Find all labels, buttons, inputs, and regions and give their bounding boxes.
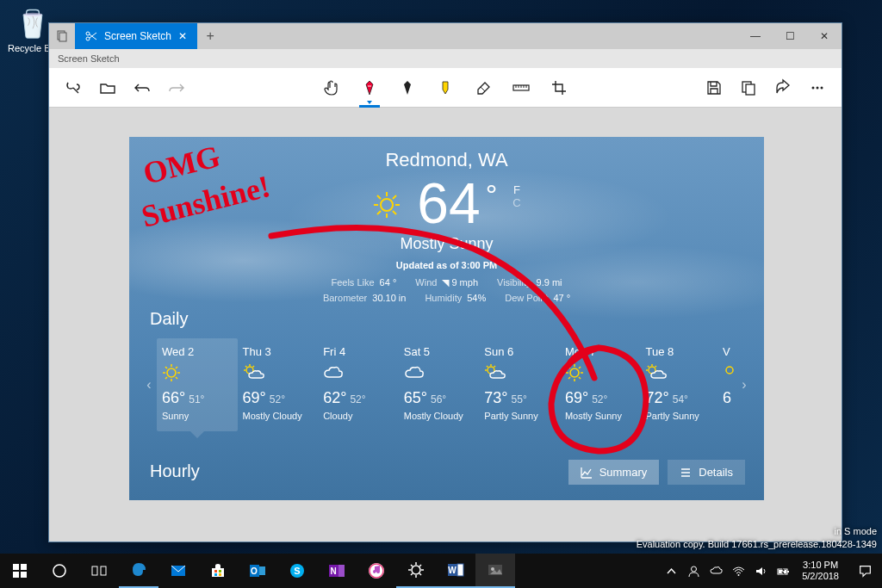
action-center-button[interactable] [848, 565, 882, 578]
store-button[interactable] [198, 554, 238, 588]
new-tab-button[interactable]: + [197, 23, 223, 49]
undo-button[interactable] [127, 72, 158, 103]
power-icon[interactable] [773, 565, 793, 578]
copy-button[interactable] [733, 72, 764, 103]
tray-chevron-icon[interactable] [661, 565, 681, 578]
svg-text:N: N [330, 566, 336, 576]
screen-sketch-window: Screen Sketch ✕ + — ☐ ✕ Screen Sketch [48, 22, 842, 542]
svg-point-10 [821, 86, 823, 89]
system-menu-icon[interactable] [49, 23, 75, 49]
svg-text:S: S [294, 566, 300, 576]
svg-text:O: O [251, 566, 258, 576]
svg-rect-22 [13, 572, 19, 578]
window-subtitle: Screen Sketch [49, 49, 842, 68]
toolbar [49, 68, 842, 108]
prev-days-button[interactable]: ‹ [141, 338, 157, 431]
taskbar[interactable]: O S N W 3:10 PM 5/2/2018 [0, 554, 882, 588]
day-card[interactable]: Fri 462°52°Cloudy [318, 338, 399, 431]
sun-icon [372, 190, 401, 223]
close-button[interactable]: ✕ [807, 23, 842, 49]
day-card[interactable]: Mon 769°52°Mostly Sunny [560, 338, 641, 431]
day-card[interactable]: Sun 673°55°Partly Sunny [479, 338, 560, 431]
start-button[interactable] [0, 554, 40, 588]
touch-writing-button[interactable] [316, 72, 347, 103]
day-card[interactable]: Wed 266°51°Sunny [157, 338, 238, 431]
task-view-button[interactable] [79, 554, 119, 588]
svg-rect-30 [214, 573, 217, 576]
people-icon[interactable] [683, 565, 704, 578]
svg-rect-52 [787, 571, 789, 573]
temp-units[interactable]: FC [512, 183, 520, 209]
hourly-heading: Hourly [150, 461, 200, 481]
day-card[interactable]: Thu 369°52°Mostly Cloudy [238, 338, 319, 431]
eraser-button[interactable] [468, 72, 499, 103]
details-button[interactable]: Details [668, 460, 745, 485]
current-condition: Mostly Sunny [129, 235, 764, 253]
outlook-button[interactable]: O [238, 554, 277, 588]
day-card[interactable]: Tue 872°54°Partly Sunny [640, 338, 721, 431]
itunes-button[interactable] [357, 554, 396, 588]
onenote-button[interactable]: N [317, 554, 357, 588]
next-days-button[interactable]: › [736, 338, 752, 431]
list-icon [680, 467, 692, 479]
weather-screenshot: Redmond, WA 64° FC Mostly Sunny Updated … [129, 137, 764, 500]
svg-rect-21 [21, 564, 27, 570]
system-tray[interactable]: 3:10 PM 5/2/2018 [661, 554, 882, 588]
svg-point-8 [812, 86, 815, 89]
recycle-bin-icon [16, 5, 50, 40]
daily-heading: Daily [150, 309, 188, 329]
tab-screen-sketch[interactable]: Screen Sketch ✕ [75, 23, 197, 49]
volume-icon[interactable] [750, 565, 771, 578]
svg-rect-45 [457, 564, 463, 576]
share-button[interactable] [767, 72, 798, 103]
weather-button[interactable] [396, 554, 436, 588]
evaluation-watermark: in S mode Evaluation copy. Build 17661.r… [637, 525, 877, 550]
summary-button[interactable]: Summary [568, 460, 660, 485]
day-card[interactable]: Sat 565°56°Mostly Cloudy [399, 338, 480, 431]
svg-point-3 [86, 32, 90, 35]
city-name: Redmond, WA [129, 149, 764, 171]
more-button[interactable] [802, 72, 833, 103]
word-button[interactable]: W [436, 554, 475, 588]
redo-button[interactable] [161, 72, 192, 103]
svg-point-12 [167, 368, 176, 377]
pencil-button[interactable] [392, 72, 423, 103]
svg-point-9 [817, 86, 819, 89]
svg-point-47 [491, 567, 494, 571]
svg-text:W: W [448, 566, 457, 575]
daily-forecast: ‹ Wed 266°51°SunnyThu 369°52°Mostly Clou… [141, 338, 752, 431]
taskbar-clock[interactable]: 3:10 PM 5/2/2018 [795, 560, 846, 582]
ballpoint-pen-button[interactable] [354, 72, 385, 103]
svg-point-4 [86, 37, 90, 40]
svg-rect-31 [219, 573, 221, 576]
minimize-button[interactable]: — [738, 23, 773, 49]
wifi-icon[interactable] [728, 565, 748, 578]
crop-button[interactable] [543, 72, 575, 103]
save-button[interactable] [699, 72, 730, 103]
svg-point-42 [412, 566, 420, 574]
tab-title: Screen Sketch [104, 30, 171, 42]
svg-rect-2 [59, 33, 66, 41]
ruler-button[interactable] [506, 72, 537, 103]
current-temp: 64° [417, 175, 497, 232]
svg-rect-23 [21, 572, 27, 578]
cortana-button[interactable] [40, 554, 79, 588]
open-button[interactable] [92, 72, 123, 103]
chart-icon [581, 467, 593, 479]
svg-rect-25 [92, 566, 97, 575]
new-snip-button[interactable] [58, 72, 89, 103]
svg-rect-29 [219, 570, 221, 573]
day-partial[interactable]: V 6 [721, 338, 736, 431]
close-tab-icon[interactable]: ✕ [178, 30, 187, 42]
onedrive-icon[interactable] [705, 565, 726, 578]
canvas[interactable]: Redmond, WA 64° FC Mostly Sunny Updated … [49, 108, 842, 542]
edge-button[interactable] [119, 554, 158, 588]
screen-sketch-taskbar-button[interactable] [475, 554, 515, 588]
svg-rect-26 [101, 566, 106, 575]
titlebar[interactable]: Screen Sketch ✕ + — ☐ ✕ [49, 23, 842, 49]
svg-point-24 [53, 565, 65, 577]
highlighter-button[interactable] [430, 72, 461, 103]
mail-button[interactable] [158, 554, 198, 588]
skype-button[interactable]: S [277, 554, 317, 588]
maximize-button[interactable]: ☐ [773, 23, 807, 49]
